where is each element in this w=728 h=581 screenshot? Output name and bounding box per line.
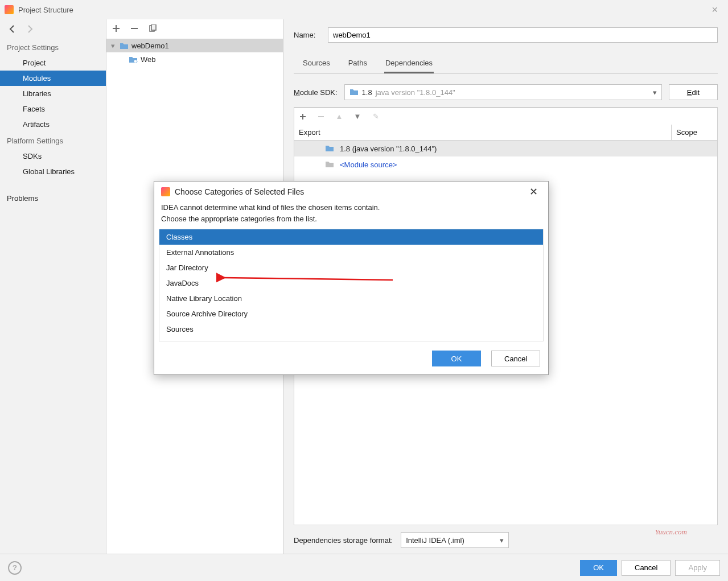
- close-icon[interactable]: ✕: [526, 186, 541, 198]
- folder-icon: [349, 88, 359, 97]
- dep-storage-label: Dependencies storage format:: [294, 536, 393, 545]
- dependencies-toolbar: ▲ ▼ ✎: [294, 108, 717, 125]
- modal-title: Choose Categories of Selected Files: [175, 187, 521, 196]
- col-export: Export: [294, 125, 672, 140]
- add-icon[interactable]: [298, 112, 308, 122]
- sidebar-item-project[interactable]: Project: [0, 55, 106, 71]
- sidebar-item-facets[interactable]: Facets: [0, 101, 106, 117]
- tab-sources[interactable]: Sources: [302, 54, 331, 73]
- watermark: Yuucn.com: [655, 528, 687, 537]
- forward-icon[interactable]: [24, 23, 35, 35]
- edit-button[interactable]: Edit: [669, 84, 718, 100]
- svg-rect-1: [151, 24, 156, 30]
- col-scope: Scope: [672, 125, 717, 140]
- sidebar-item-artifacts[interactable]: Artifacts: [0, 117, 106, 132]
- chevron-down-icon: ▾: [500, 536, 504, 545]
- module-tabs: Sources Paths Dependencies: [294, 54, 718, 74]
- dep-row-sdk[interactable]: 1.8 (java version "1.8.0_144"): [294, 141, 717, 156]
- sidebar-item-libraries[interactable]: Libraries: [0, 86, 106, 101]
- ok-button[interactable]: OK: [580, 560, 617, 576]
- sdk-version: java version "1.8.0_144": [376, 88, 455, 97]
- sidebar-item-problems[interactable]: Problems: [0, 191, 106, 206]
- sidebar-item-sdks[interactable]: SDKs: [0, 149, 106, 164]
- module-sdk-label: Module SDK:: [294, 88, 338, 97]
- intellij-icon: [5, 5, 14, 14]
- category-list[interactable]: Classes External Annotations Jar Directo…: [159, 229, 544, 341]
- add-icon[interactable]: [111, 23, 121, 34]
- apply-button[interactable]: Apply: [675, 560, 720, 576]
- section-project-settings: Project Settings: [0, 39, 106, 55]
- dep-storage-value: IntelliJ IDEA (.iml): [406, 536, 464, 545]
- modal-ok-button[interactable]: OK: [432, 351, 481, 366]
- close-icon[interactable]: ×: [706, 2, 723, 18]
- intellij-icon: [161, 187, 170, 196]
- bottom-bar: ? OK Cancel Apply: [0, 554, 728, 581]
- nav-bar: [0, 19, 106, 39]
- section-platform-settings: Platform Settings: [0, 132, 106, 149]
- dep-row-module-source[interactable]: <Module source>: [294, 156, 717, 172]
- copy-icon[interactable]: [147, 23, 158, 34]
- dep-row-label: <Module source>: [340, 160, 397, 169]
- name-label: Name:: [294, 31, 321, 39]
- down-icon[interactable]: ▼: [352, 112, 363, 122]
- sidebar: Project Settings Project Modules Librari…: [0, 19, 106, 554]
- modal-message: IDEA cannot determine what kind of files…: [154, 202, 548, 229]
- edit-icon[interactable]: ✎: [371, 112, 381, 122]
- folder-icon: [325, 144, 335, 154]
- choose-categories-dialog: Choose Categories of Selected Files ✕ ID…: [154, 181, 549, 375]
- tree-root-label: webDemo1: [131, 42, 169, 50]
- chevron-down-icon: ▾: [653, 88, 657, 97]
- tree-child-label: Web: [141, 55, 156, 64]
- name-input[interactable]: [328, 27, 718, 43]
- remove-icon[interactable]: [316, 112, 326, 122]
- dep-storage-select[interactable]: IntelliJ IDEA (.iml) ▾: [401, 532, 509, 548]
- tab-paths[interactable]: Paths: [347, 54, 368, 73]
- modal-cancel-button[interactable]: Cancel: [491, 351, 540, 366]
- web-icon: [128, 55, 138, 63]
- list-item-classes[interactable]: Classes: [159, 229, 543, 245]
- list-item-javadocs[interactable]: JavaDocs: [159, 275, 543, 291]
- folder-icon: [119, 42, 129, 50]
- list-item-source-archive-directory[interactable]: Source Archive Directory: [159, 306, 543, 322]
- list-item-native-library-location[interactable]: Native Library Location: [159, 291, 543, 306]
- sidebar-item-global-libraries[interactable]: Global Libraries: [0, 164, 106, 179]
- module-sdk-select[interactable]: 1.8 java version "1.8.0_144" ▾: [344, 84, 662, 100]
- title-bar: Project Structure ×: [0, 0, 728, 19]
- folder-icon: [325, 160, 335, 170]
- sidebar-item-modules[interactable]: Modules: [0, 71, 106, 86]
- tree-child[interactable]: Web: [106, 52, 283, 66]
- list-item-jar-directory[interactable]: Jar Directory: [159, 260, 543, 275]
- list-item-sources[interactable]: Sources: [159, 322, 543, 337]
- remove-icon[interactable]: [129, 23, 139, 34]
- window-title: Project Structure: [18, 6, 706, 14]
- back-icon[interactable]: [7, 23, 18, 35]
- module-toolbar: [106, 19, 283, 38]
- tree-root[interactable]: ▾ webDemo1: [106, 39, 283, 52]
- sdk-name: 1.8: [362, 88, 372, 97]
- help-icon[interactable]: ?: [8, 561, 22, 575]
- up-icon[interactable]: ▲: [334, 112, 344, 122]
- dep-row-label: 1.8 (java version "1.8.0_144"): [340, 145, 437, 153]
- cancel-button[interactable]: Cancel: [622, 560, 671, 576]
- svg-point-2: [134, 60, 137, 63]
- list-item-external-annotations[interactable]: External Annotations: [159, 245, 543, 260]
- chevron-down-icon[interactable]: ▾: [109, 42, 117, 50]
- tab-dependencies[interactable]: Dependencies: [384, 54, 434, 73]
